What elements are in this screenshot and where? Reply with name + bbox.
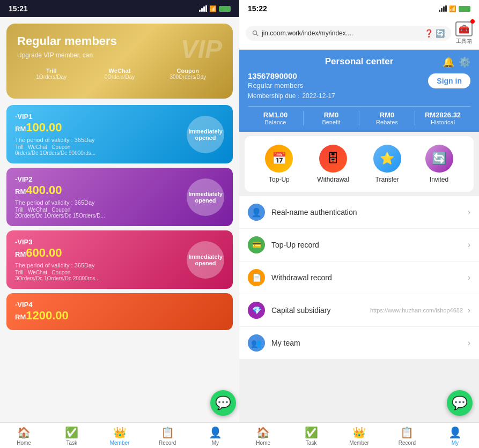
pc-user-info: 13567890000 Regular members Membership d… — [248, 71, 335, 101]
menu-topup-record[interactable]: 💳 Top-Up record › — [239, 229, 479, 261]
my-icon-left: 👤 — [209, 426, 222, 439]
qa-topup[interactable]: 📅 Top-Up — [265, 145, 293, 183]
left-panel: 15:21 📶 VIP Regular members Upgrade VIP … — [0, 0, 239, 448]
battery-icon-right — [459, 6, 470, 12]
right-content: 👤 Real-name authentication › 💳 Top-Up re… — [239, 196, 479, 422]
bell-icon[interactable]: 🔔 — [443, 56, 454, 68]
vip-plan-2-btn[interactable]: Immediatelyopened — [187, 178, 224, 216]
time-left: 15:21 — [9, 4, 28, 13]
home-icon-right: 🏠 — [256, 426, 270, 439]
toolbox-badge — [470, 19, 475, 24]
qa-withdrawal[interactable]: 🗄 Withdrawal — [317, 145, 349, 183]
home-icon-left: 🏠 — [17, 426, 31, 439]
balance-item-3: RM2826.32 Historical — [415, 111, 470, 125]
menu-topup-text: Top-Up record — [271, 241, 468, 249]
chevron-myteam: › — [468, 338, 470, 348]
pc-balance-row: RM1.00 Balance RM0 Benefit RM0 Rebates R… — [248, 106, 470, 125]
browser-bar: jin.coom.work/index/my/index.... ❓ 🔄 🧰 工… — [239, 17, 479, 50]
topup-record-icon: 💳 — [248, 236, 265, 253]
record-icon-left: 📋 — [161, 426, 174, 439]
myteam-icon: 👥 — [248, 334, 265, 352]
sign-in-button[interactable]: Sign in — [428, 73, 470, 88]
invited-icon: 🔄 — [425, 145, 453, 173]
menu-myteam[interactable]: 👥 My team › — [239, 327, 479, 359]
nav-record-left[interactable]: 📋 Record — [144, 426, 191, 446]
status-icons-right: 📶 — [439, 5, 470, 12]
svg-point-0 — [253, 31, 257, 35]
whatsapp-fab-right[interactable]: 💬 — [447, 390, 473, 416]
qa-invited[interactable]: 🔄 Invited — [425, 145, 453, 183]
question-icon[interactable]: ❓ — [424, 29, 433, 38]
task-icon-right: ✅ — [305, 426, 318, 439]
personal-center-header: Personal center 🔔 ⚙️ 13567890000 Regular… — [239, 50, 479, 132]
vip-plan-3-btn[interactable]: Immediatelyopened — [187, 241, 224, 279]
member-icon-left: 👑 — [113, 426, 127, 439]
nav-record-right[interactable]: 📋 Record — [383, 426, 431, 446]
url-text: jin.coom.work/index/my/index.... — [262, 29, 421, 37]
toolbox-icon: 🧰 — [455, 21, 473, 36]
time-right: 15:22 — [248, 4, 267, 13]
wifi-icon: 📶 — [209, 5, 217, 12]
vip-stat-coupon: Coupon 300Orders/Day — [154, 68, 222, 80]
qa-topup-label: Top-Up — [269, 176, 290, 183]
withdrawal-icon: 🗄 — [319, 145, 347, 173]
vip-plan-2: -VIP2 RM400.00 The period of validity : … — [6, 168, 233, 226]
chevron-topup: › — [468, 240, 470, 250]
pc-member-type: Regular members — [248, 81, 335, 89]
refresh-icon[interactable]: 🔄 — [436, 29, 445, 38]
vip-plan-1: -VIP1 RM100.00 The period of validity : … — [6, 105, 233, 163]
toolbox-button[interactable]: 🧰 工具箱 — [455, 21, 473, 45]
status-bar-left: 15:21 📶 — [0, 0, 239, 17]
record-icon-right: 📋 — [400, 426, 414, 439]
svg-line-1 — [256, 34, 258, 36]
left-content: VIP Regular members Upgrade VIP member, … — [0, 17, 239, 422]
balance-item-2: RM0 Rebates — [359, 111, 415, 125]
vip-plan-4: -VIP4 RM1200.00 — [6, 293, 233, 330]
quick-actions: 📅 Top-Up 🗄 Withdrawal ⭐ Transfer 🔄 Invit… — [245, 136, 474, 192]
my-icon-right: 👤 — [448, 426, 462, 439]
url-bar[interactable]: jin.coom.work/index/my/index.... ❓ 🔄 — [246, 26, 451, 41]
nav-my-left[interactable]: 👤 My — [191, 426, 239, 446]
vip-plan-1-btn[interactable]: Immediatelyopened — [187, 116, 224, 153]
balance-item-0: RM1.00 Balance — [248, 111, 304, 125]
status-bar-right: 15:22 📶 — [239, 0, 479, 17]
settings-icon[interactable]: ⚙️ — [459, 56, 470, 68]
transfer-icon: ⭐ — [373, 145, 401, 173]
chevron-capital: › — [468, 305, 470, 315]
qa-transfer-label: Transfer — [375, 176, 399, 183]
pc-title-icons: 🔔 ⚙️ — [443, 56, 470, 68]
qa-invited-label: Invited — [430, 176, 448, 183]
whatsapp-fab-left[interactable]: 💬 — [210, 390, 236, 416]
search-icon-right — [252, 30, 259, 36]
chevron-realname: › — [468, 207, 470, 217]
menu-withdrawal-text: Withdrawal record — [271, 273, 468, 282]
qa-transfer[interactable]: ⭐ Transfer — [373, 145, 401, 183]
nav-home-left[interactable]: 🏠 Home — [0, 426, 48, 446]
task-icon-left: ✅ — [65, 426, 78, 439]
url-action-icons: ❓ 🔄 — [424, 29, 445, 38]
bottom-nav-right: 🏠 Home ✅ Task 👑 Member 📋 Record 👤 My — [239, 422, 479, 448]
realname-icon: 👤 — [248, 204, 265, 221]
nav-home-right[interactable]: 🏠 Home — [239, 426, 287, 446]
menu-withdrawal-record[interactable]: 📄 Withdrawal record › — [239, 262, 479, 294]
right-panel: 15:22 📶 jin.coom.work/index/my/index....… — [239, 0, 479, 448]
nav-task-left[interactable]: ✅ Task — [48, 426, 95, 446]
pc-user-row: 13567890000 Regular members Membership d… — [248, 71, 470, 101]
topup-icon: 📅 — [265, 145, 293, 173]
menu-capital[interactable]: 💎 Capital subsidiary › https://www.huzha… — [239, 294, 479, 326]
pc-due: Membership due：2022-12-17 — [248, 92, 335, 101]
signal-icon-right — [439, 5, 447, 12]
nav-task-right[interactable]: ✅ Task — [287, 426, 335, 446]
nav-my-right[interactable]: 👤 My — [431, 426, 479, 446]
withdrawal-record-icon: 📄 — [248, 269, 265, 286]
menu-capital-text: Capital subsidiary — [271, 306, 468, 315]
nav-member-right[interactable]: 👑 Member — [335, 426, 383, 446]
wifi-icon-right: 📶 — [449, 5, 456, 12]
capital-icon: 💎 — [248, 302, 265, 319]
chevron-withdrawal: › — [468, 273, 470, 282]
menu-realname[interactable]: 👤 Real-name authentication › — [239, 196, 479, 228]
nav-member-left[interactable]: 👑 Member — [95, 426, 143, 446]
menu-myteam-text: My team — [271, 339, 468, 347]
vip-stat-trill: Trill 1Orders/Day — [17, 68, 85, 80]
vip-stats: Trill 1Orders/Day WeChat 0Orders/Day Cou… — [17, 68, 222, 80]
